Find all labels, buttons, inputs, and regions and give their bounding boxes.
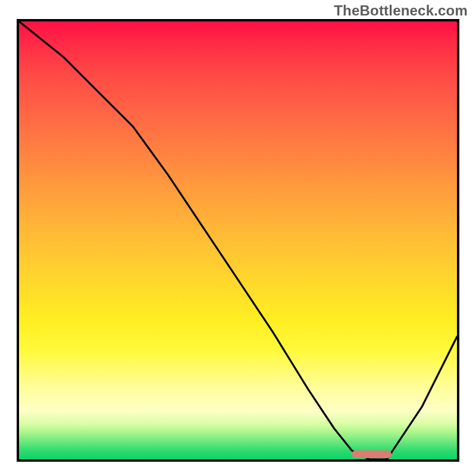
chart-wrapper: TheBottleneck.com [0,0,476,476]
watermark-text: TheBottleneck.com [334,2,468,19]
optimal-range-marker [352,450,391,458]
plot-area [17,19,459,462]
bottleneck-curve [19,21,457,459]
